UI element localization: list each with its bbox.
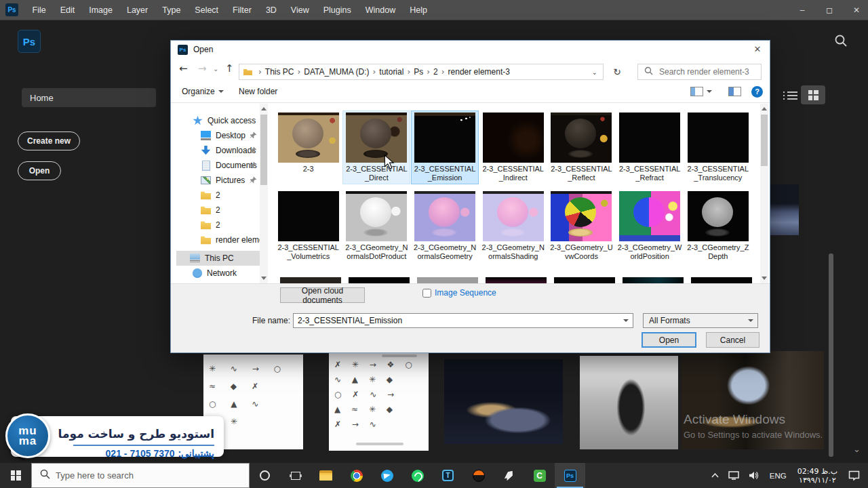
help-icon[interactable]: ? bbox=[751, 86, 763, 98]
file-item[interactable]: 2-3_CESSENTIAL_Indirect bbox=[479, 110, 547, 184]
chrome-icon[interactable] bbox=[341, 463, 372, 488]
file-explorer-icon[interactable] bbox=[311, 463, 341, 488]
action-center-icon[interactable] bbox=[843, 463, 868, 488]
sidebar-item[interactable]: Documents bbox=[176, 158, 260, 173]
file-item[interactable]: 2-3_CESSENTIAL_Reflect bbox=[547, 110, 615, 184]
back-icon[interactable]: ← bbox=[179, 62, 188, 75]
scroll-down-icon[interactable] bbox=[762, 277, 767, 280]
breadcrumb[interactable]: › This PC › DATA_MUMA (D:) › tutorial › … bbox=[239, 64, 604, 80]
tray-expand-chevron-icon[interactable] bbox=[707, 463, 724, 488]
list-view-icon[interactable] bbox=[783, 89, 797, 101]
maximize-button[interactable]: ◻ bbox=[825, 5, 834, 15]
menu-item[interactable]: Layer bbox=[119, 5, 155, 15]
breadcrumb-segment[interactable]: › This PC bbox=[255, 67, 294, 77]
telegram-icon[interactable] bbox=[372, 463, 402, 488]
breadcrumb-segment[interactable]: › Ps bbox=[403, 67, 423, 77]
menu-item[interactable]: View bbox=[283, 5, 316, 15]
menu-item[interactable]: Window bbox=[358, 5, 402, 15]
open-cloud-documents-button[interactable]: Open cloud documents bbox=[280, 287, 365, 303]
file-item[interactable]: 2-3_CESSENTIAL_Direct bbox=[342, 110, 410, 184]
menu-item[interactable]: Filter bbox=[226, 5, 259, 15]
breadcrumb-segment[interactable]: › tutorial bbox=[370, 67, 404, 77]
clock[interactable]: 02:49 ب.ظ ۱۳۹۹/۱۱/۰۲ bbox=[792, 467, 843, 485]
file-item[interactable]: 2-3_CGeometry_NormalsGeometry bbox=[411, 189, 479, 263]
menu-item[interactable]: Plugins bbox=[316, 5, 358, 15]
menu-item[interactable]: Image bbox=[82, 5, 120, 15]
menu-item[interactable]: 3D bbox=[258, 5, 283, 15]
file-item[interactable]: 2-3_CESSENTIAL_Translucency bbox=[684, 110, 752, 184]
file-item[interactable]: 2-3_CESSENTIAL_Volumetrics bbox=[275, 189, 342, 263]
cancel-button[interactable]: Cancel bbox=[706, 332, 760, 348]
sidebar-item[interactable]: Network bbox=[176, 266, 260, 281]
sidebar-item[interactable]: This PC bbox=[176, 251, 260, 266]
menu-item[interactable]: Type bbox=[155, 5, 188, 15]
recent-thumbnail-gray-interior[interactable] bbox=[580, 356, 678, 449]
scroll-up-icon[interactable] bbox=[261, 107, 267, 110]
close-button[interactable]: ✕ bbox=[852, 5, 861, 15]
recent-thumbnail-partial[interactable] bbox=[770, 184, 799, 235]
image-sequence-checkbox[interactable] bbox=[422, 289, 431, 298]
recent-thumbnail-bedroom[interactable] bbox=[444, 359, 563, 444]
sidebar-item[interactable]: Downloads bbox=[176, 143, 260, 158]
refresh-icon[interactable]: ↻ bbox=[610, 65, 624, 79]
tree-scrollbar[interactable] bbox=[260, 104, 268, 283]
start-button[interactable] bbox=[0, 463, 31, 488]
files-scrollbar-thumb[interactable] bbox=[761, 115, 768, 166]
language-indicator[interactable]: ENG bbox=[764, 472, 792, 480]
dialog-close-icon[interactable]: ✕ bbox=[751, 43, 764, 56]
chevron-down-icon[interactable] bbox=[623, 319, 629, 322]
rocket-app-icon[interactable] bbox=[494, 463, 524, 488]
breadcrumb-segment[interactable]: › DATA_MUMA (D:) bbox=[294, 67, 370, 77]
minimize-button[interactable]: – bbox=[797, 5, 807, 15]
new-folder-button[interactable]: New folder bbox=[239, 87, 277, 96]
open-button-home[interactable]: Open bbox=[18, 161, 61, 180]
home-scrollbar-thumb[interactable] bbox=[829, 253, 833, 457]
menu-item[interactable]: Help bbox=[403, 5, 435, 15]
file-item[interactable]: 2-3_CESSENTIAL_Emission bbox=[411, 110, 479, 184]
search-input[interactable] bbox=[658, 66, 753, 77]
vpn-icon[interactable] bbox=[463, 463, 494, 488]
network-icon[interactable] bbox=[724, 463, 744, 488]
tree-scrollbar-thumb[interactable] bbox=[260, 115, 267, 185]
cortana-icon[interactable] bbox=[250, 463, 280, 488]
format-dropdown[interactable]: All Formats bbox=[643, 313, 758, 328]
sidebar-item[interactable]: 2 bbox=[176, 203, 260, 218]
view-mode-button[interactable] bbox=[690, 87, 712, 96]
recent-thumbnail-sketches-2[interactable]: ✗ ✳ → ❖ ○∿ ▲ ✳ ◆○ ✗ ∿ →▲ ≈ ✳ ◆✗ → ∿ bbox=[329, 352, 429, 451]
file-item[interactable]: 2-3_CGeometry_NormalsShading bbox=[479, 189, 547, 263]
history-caret-icon[interactable]: ⌄ bbox=[213, 65, 218, 73]
volume-icon[interactable] bbox=[744, 463, 764, 488]
taskbar-search[interactable]: Type here to search bbox=[31, 463, 250, 488]
home-scrollbar[interactable] bbox=[829, 23, 833, 460]
sidebar-item[interactable]: render element bbox=[176, 232, 260, 247]
file-item[interactable]: 2-3_CGeometry_ZDepth bbox=[684, 189, 752, 263]
file-item[interactable]: 2-3_CGeometry_UvwCoords bbox=[547, 189, 615, 263]
up-icon[interactable]: ↑ bbox=[225, 62, 234, 75]
whatsapp-icon[interactable] bbox=[402, 463, 433, 488]
search-icon[interactable] bbox=[834, 34, 848, 47]
organize-button[interactable]: Organize bbox=[182, 87, 224, 96]
blue-app-icon[interactable]: T bbox=[433, 463, 463, 488]
breadcrumb-dropdown-icon[interactable]: ⌄ bbox=[592, 68, 603, 76]
scroll-down-chevron-icon[interactable]: ⌄ bbox=[853, 444, 861, 454]
sidebar-item[interactable]: 2 bbox=[176, 218, 260, 232]
file-name-input[interactable] bbox=[294, 315, 623, 326]
sidebar-item[interactable]: Pictures bbox=[176, 173, 260, 188]
menu-item[interactable]: Select bbox=[188, 5, 226, 15]
grid-view-icon[interactable] bbox=[801, 85, 825, 104]
menu-item[interactable]: File bbox=[25, 5, 53, 15]
sidebar-item-home[interactable]: Home bbox=[22, 88, 156, 107]
file-name-combobox[interactable] bbox=[293, 313, 633, 328]
create-new-button[interactable]: Create new bbox=[18, 131, 80, 150]
breadcrumb-segment[interactable]: › render element-3 bbox=[438, 67, 510, 77]
sidebar-item[interactable]: Desktop bbox=[176, 128, 260, 143]
sidebar-item[interactable]: Quick access bbox=[176, 113, 260, 128]
files-scrollbar[interactable] bbox=[760, 104, 768, 283]
scroll-down-icon[interactable] bbox=[261, 277, 267, 280]
photoshop-taskbar-icon[interactable]: Ps bbox=[555, 463, 585, 488]
task-view-icon[interactable] bbox=[280, 463, 311, 488]
file-item[interactable]: 2-3 bbox=[275, 110, 342, 184]
camtasia-icon[interactable]: C bbox=[524, 463, 555, 488]
breadcrumb-segment[interactable]: › 2 bbox=[423, 67, 438, 77]
open-button[interactable]: Open bbox=[642, 332, 696, 348]
